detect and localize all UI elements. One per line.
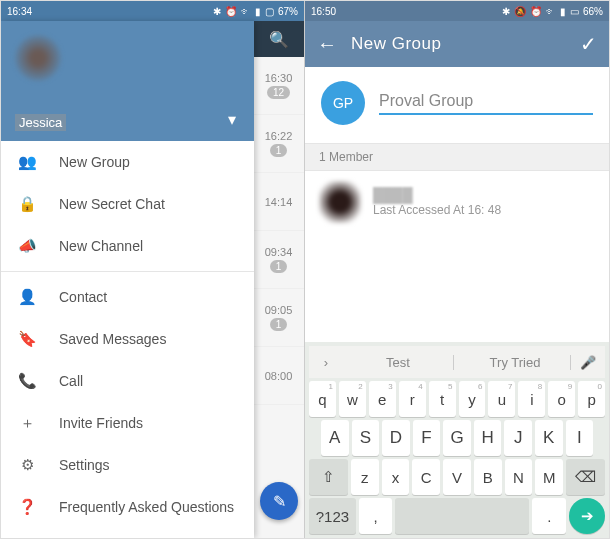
menu-saved-messages[interactable]: 🔖Saved Messages <box>1 318 254 360</box>
left-phone-screenshot: 16:34 ✱ ⏰ ᯤ ▮ ▢ 67% 🔍 16:3012 16:221 14:… <box>1 1 305 538</box>
key-enter[interactable]: ➔ <box>569 498 605 534</box>
key-o[interactable]: o9 <box>548 381 575 417</box>
key-m[interactable]: M <box>535 459 563 495</box>
mute-icon: 🔕 <box>514 6 526 17</box>
suggestion[interactable]: Try Tried <box>460 355 571 370</box>
key-b[interactable]: B <box>474 459 502 495</box>
menu-new-channel[interactable]: 📣New Channel <box>1 225 254 267</box>
signal-icon: ▮ <box>560 6 566 17</box>
status-bar: 16:34 ✱ ⏰ ᯤ ▮ ▢ 67% <box>1 1 304 21</box>
key-j[interactable]: J <box>504 420 532 456</box>
key-x[interactable]: x <box>382 459 410 495</box>
key-k[interactable]: K <box>535 420 563 456</box>
menu-contact[interactable]: 👤Contact <box>1 276 254 318</box>
bookmark-icon: 🔖 <box>17 330 37 348</box>
member-status: Last Accessed At 16: 48 <box>373 203 501 217</box>
bluetooth-icon: ✱ <box>502 6 510 17</box>
member-row[interactable]: ████ Last Accessed At 16: 48 <box>305 171 609 233</box>
menu-call[interactable]: 📞Call <box>1 360 254 402</box>
key-p[interactable]: p0 <box>578 381 605 417</box>
search-button[interactable]: 🔍 <box>253 21 304 57</box>
key-f[interactable]: F <box>413 420 441 456</box>
key-row: A S D F G H J K I <box>309 420 605 456</box>
key-u[interactable]: u7 <box>488 381 515 417</box>
confirm-button[interactable]: ✓ <box>580 32 597 56</box>
chat-row[interactable]: 14:14 <box>253 173 304 231</box>
group-setup-row: GP <box>305 67 609 143</box>
status-icons: ✱ 🔕 ⏰ ᯤ ▮ ▭ 66% <box>502 6 603 17</box>
megaphone-icon: 📣 <box>17 237 37 255</box>
key-c[interactable]: C <box>412 459 440 495</box>
battery-percent: 67% <box>278 6 298 17</box>
key-backspace[interactable]: ⌫ <box>566 459 605 495</box>
key-y[interactable]: y6 <box>459 381 486 417</box>
gear-icon: ⚙ <box>17 456 37 474</box>
drawer-header[interactable]: Jessica ▾ <box>1 21 254 141</box>
wifi-icon: ᯤ <box>241 6 251 17</box>
compose-fab[interactable]: ✎ <box>260 482 298 520</box>
suggestion[interactable]: Test <box>343 355 454 370</box>
group-icon: 👥 <box>17 153 37 171</box>
expand-suggestions-button[interactable]: › <box>315 355 337 370</box>
key-shift[interactable]: ⇧ <box>309 459 348 495</box>
chat-row[interactable]: 09:341 <box>253 231 304 289</box>
suggestion-bar: › Test Try Tried 🎤 <box>309 346 605 378</box>
status-icons: ✱ ⏰ ᯤ ▮ ▢ 67% <box>213 6 298 17</box>
key-period[interactable]: . <box>532 498 566 534</box>
key-e[interactable]: e3 <box>369 381 396 417</box>
chat-list-peek: 🔍 16:3012 16:221 14:14 09:341 09:051 08:… <box>252 21 304 538</box>
key-q[interactable]: q1 <box>309 381 336 417</box>
person-icon: 👤 <box>17 288 37 306</box>
divider <box>1 271 254 272</box>
group-avatar[interactable]: GP <box>321 81 365 125</box>
chat-row[interactable]: 16:3012 <box>253 57 304 115</box>
wifi-icon: ᯤ <box>546 6 556 17</box>
search-icon: 🔍 <box>269 30 289 49</box>
drawer-menu: 👥New Group 🔒New Secret Chat 📣New Channel… <box>1 141 254 528</box>
battery-icon: ▭ <box>570 6 579 17</box>
key-row: ⇧ z x C V B N M ⌫ <box>309 459 605 495</box>
key-r[interactable]: r4 <box>399 381 426 417</box>
key-n[interactable]: N <box>505 459 533 495</box>
right-phone-screenshot: 16:50 ✱ 🔕 ⏰ ᯤ ▮ ▭ 66% ← New Group ✓ GP 1… <box>305 1 609 538</box>
key-space[interactable] <box>395 498 529 534</box>
key-w[interactable]: w2 <box>339 381 366 417</box>
menu-new-group[interactable]: 👥New Group <box>1 141 254 183</box>
key-i[interactable]: i8 <box>518 381 545 417</box>
lock-icon: 🔒 <box>17 195 37 213</box>
status-time: 16:50 <box>311 6 336 17</box>
appbar-title: New Group <box>351 34 566 54</box>
menu-faq[interactable]: ❓Frequently Asked Questions <box>1 486 254 528</box>
key-d[interactable]: D <box>382 420 410 456</box>
key-z[interactable]: z <box>351 459 379 495</box>
chevron-down-icon[interactable]: ▾ <box>228 110 236 129</box>
menu-invite-friends[interactable]: ＋Invite Friends <box>1 402 254 444</box>
key-h[interactable]: H <box>474 420 502 456</box>
key-a[interactable]: A <box>321 420 349 456</box>
profile-avatar[interactable] <box>15 35 61 81</box>
alarm-icon: ⏰ <box>530 6 542 17</box>
chat-row[interactable]: 08:00 <box>253 347 304 405</box>
member-avatar <box>319 181 361 223</box>
key-v[interactable]: V <box>443 459 471 495</box>
voice-input-button[interactable]: 🎤 <box>577 355 599 370</box>
group-name-input[interactable] <box>379 92 593 110</box>
chat-row[interactable]: 09:051 <box>253 289 304 347</box>
key-l[interactable]: I <box>566 420 594 456</box>
key-symbols[interactable]: ?123 <box>309 498 356 534</box>
pencil-icon: ✎ <box>273 492 286 511</box>
key-s[interactable]: S <box>352 420 380 456</box>
chat-row[interactable]: 16:221 <box>253 115 304 173</box>
member-name: ████ <box>373 187 501 203</box>
menu-settings[interactable]: ⚙Settings <box>1 444 254 486</box>
soft-keyboard: › Test Try Tried 🎤 q1 w2 e3 r4 t5 y6 u7 … <box>305 342 609 538</box>
signal-icon: ▮ <box>255 6 261 17</box>
back-button[interactable]: ← <box>317 33 337 56</box>
menu-new-secret-chat[interactable]: 🔒New Secret Chat <box>1 183 254 225</box>
add-person-icon: ＋ <box>17 414 37 433</box>
key-g[interactable]: G <box>443 420 471 456</box>
key-comma[interactable]: , <box>359 498 393 534</box>
key-t[interactable]: t5 <box>429 381 456 417</box>
profile-name: Jessica <box>15 114 66 131</box>
key-row: ?123 , . ➔ <box>309 498 605 534</box>
